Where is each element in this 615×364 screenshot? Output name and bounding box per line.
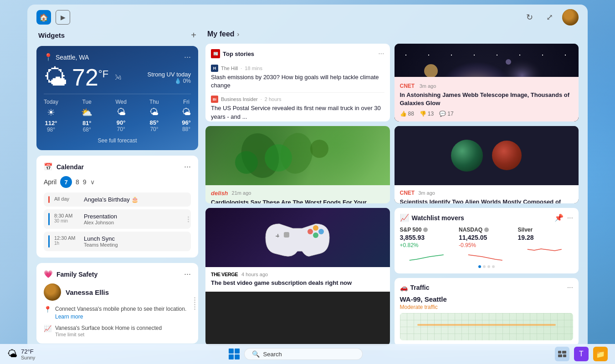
win-tile-4	[235, 354, 240, 359]
teams-button[interactable]: T	[574, 347, 589, 361]
calendar-navigation: April 7 8 9 ∨	[44, 176, 191, 188]
learn-more-link[interactable]: Learn more	[55, 313, 83, 320]
nasdaq-sparkline	[459, 251, 514, 263]
calendar-widget: 📅 Calendar ··· April 7 8 9 ∨	[36, 156, 198, 258]
news-item-bi[interactable]: BI Business Insider · 2 hours The US Pos…	[211, 93, 384, 121]
svg-point-2	[424, 64, 438, 78]
aliens-title: Scientists Identify Two Alien Worlds Mos…	[400, 198, 574, 204]
event-time-birthday: All day	[54, 196, 79, 202]
svg-rect-21	[563, 354, 566, 357]
trending-icon: 📈	[400, 213, 409, 222]
taskbar-search-text: Search	[263, 351, 282, 358]
start-button[interactable]	[228, 348, 241, 360]
watchlist-card: 📈 Watchlist movers 📌 ···	[395, 208, 579, 273]
calendar-day-8[interactable]: 8	[76, 178, 79, 186]
calendar-chevron[interactable]: ∨	[90, 178, 95, 186]
task-view-button[interactable]	[555, 347, 569, 361]
weather-wind-icon: 🌬	[115, 74, 121, 81]
james-webb-comments: 💬 17	[439, 111, 453, 117]
taskbar-weather: 🌤 72°F Sunny	[7, 348, 35, 360]
silver-name-row: Silver	[518, 227, 574, 233]
refresh-button[interactable]: ↻	[522, 10, 537, 25]
stock-pagination-dots	[400, 265, 574, 268]
svg-rect-18	[558, 351, 561, 354]
traffic-more-button[interactable]: ···	[567, 283, 573, 292]
video-icon[interactable]: ▶	[56, 10, 70, 25]
stock-sp500: S&P 500 3,855.93 +0.82%	[400, 227, 456, 263]
safety-side-indicator	[194, 297, 195, 310]
watchlist-title-row: 📈 Watchlist movers	[400, 213, 464, 222]
feed-header: My feed ›	[205, 30, 579, 38]
taskbar-temperature: 72°F	[21, 348, 35, 355]
gaming-overlay: THE VERGE 4 hours ago The best video gam…	[205, 267, 390, 292]
forecast-day-name-4: Fri	[182, 99, 191, 105]
delish-time: 21m ago	[232, 190, 251, 196]
bi-time-value: 2 hours	[265, 96, 282, 102]
weather-more-button[interactable]: ···	[184, 52, 191, 62]
calendar-today-badge[interactable]: 7	[60, 176, 72, 188]
top-stories-card[interactable]: 📰 Top stories ··· H The Hill · 18 mi	[205, 44, 390, 121]
nasdaq-status	[484, 228, 489, 232]
home-icon[interactable]: 🏠	[36, 10, 51, 25]
forecast-hi-2: 90°	[115, 119, 126, 126]
james-webb-overlay: CNET 3m ago In Astonishing James Webb Te…	[395, 77, 579, 121]
sp500-change: +0.82%	[400, 242, 456, 248]
gaming-image	[205, 208, 390, 267]
weather-location: 📍 Seattle, WA	[44, 53, 89, 61]
calendar-day-9[interactable]: 9	[83, 178, 87, 186]
calendar-month: April	[44, 178, 56, 186]
top-stories-more[interactable]: ···	[378, 50, 384, 58]
forecast-lo-4: 88°	[182, 126, 191, 132]
location-icon: 📍	[44, 53, 53, 61]
feed-chevron-icon[interactable]: ›	[237, 30, 240, 38]
taskbar-condition: Sunny	[21, 355, 35, 360]
gaming-card[interactable]: THE VERGE 4 hours ago The best video gam…	[205, 208, 390, 346]
hill-time-value: 18 mins	[245, 66, 262, 71]
weather-temperature: 72°F	[72, 64, 108, 91]
delish-card[interactable]: delish 21m ago Cardiologists Say These A…	[205, 126, 390, 204]
watchlist-more-button[interactable]: ···	[567, 214, 573, 222]
nasdaq-name-row: NASDAQ	[459, 227, 514, 233]
forecast-icon-4: 🌤	[182, 107, 191, 117]
top-stories-header: 📰 Top stories ···	[211, 49, 384, 58]
traffic-card: 🚗 Traffic ··· WA-99, Seattle Moderate tr…	[395, 278, 579, 346]
traffic-route: WA-99, Seattle	[400, 295, 574, 303]
family-safety-widget: 💗 Family Safety ··· Vanessa Ellis 📍 Conn…	[36, 263, 198, 344]
calendar-event-lunch: 12:30 AM 1h Lunch Sync Teams Meeting	[44, 232, 191, 251]
food-svg	[205, 126, 390, 185]
add-widget-button[interactable]: +	[191, 30, 196, 40]
event-time-lunch: 12:30 AM 1h	[54, 235, 79, 246]
forecast-lo-2: 70°	[115, 126, 126, 132]
calendar-title-row: 📅 Calendar	[44, 162, 84, 171]
planet-mars	[492, 141, 522, 170]
safety-person-row: Vanessa Ellis	[44, 283, 191, 301]
news-item-hill[interactable]: H The Hill · 18 mins Slash emissions by …	[211, 62, 384, 93]
weather-forecast-link[interactable]: See full forecast	[44, 137, 191, 144]
hill-title: Slash emissions by 2030? How big goals w…	[211, 73, 384, 90]
user-avatar[interactable]	[562, 9, 579, 25]
file-explorer-button[interactable]: 📁	[593, 347, 608, 361]
location-icon: 📍	[44, 306, 51, 313]
safety-title-row: 💗 Family Safety	[44, 270, 97, 278]
aliens-card[interactable]: CNET 3m ago Scientists Identify Two Alie…	[395, 126, 579, 204]
taskbar-search-bar[interactable]: 🔍 Search	[244, 348, 363, 360]
safety-more-button[interactable]: ···	[184, 269, 191, 279]
cnet-logo: CNET	[400, 83, 415, 89]
calendar-event-birthday: All day Angela's Birthday 🎂	[44, 192, 191, 207]
james-webb-card[interactable]: CNET 3m ago In Astonishing James Webb Te…	[395, 44, 579, 121]
taskbar-right-icons: T 📁	[555, 347, 608, 361]
widget-panel: 🏠 ▶ ↻ ⤢ Widgets + 📍 Seattl	[27, 5, 588, 350]
expand-button[interactable]: ⤢	[542, 10, 557, 25]
top-stories-source: 📰 Top stories	[211, 49, 254, 58]
pin-icon[interactable]: 📌	[554, 213, 564, 222]
left-column: Widgets + 📍 Seattle, WA ··· 🌤 72°F	[36, 30, 198, 346]
calendar-more-button[interactable]: ···	[184, 162, 191, 172]
forecast-day-tue: Tue ⛅ 81° 68°	[81, 99, 92, 133]
delish-overlay: delish 21m ago Cardiologists Say These A…	[205, 185, 390, 204]
sp500-name-row: S&P 500	[400, 227, 456, 233]
forecast-day-name-1: Tue	[81, 99, 92, 105]
weather-main-row: 🌤 72°F 🌬 Strong UV today 💧 0%	[44, 66, 191, 89]
silver-price: 19.28	[518, 234, 574, 241]
forecast-day-name-0: Today	[44, 99, 58, 105]
james-webb-likes: 👍 88	[400, 111, 414, 117]
